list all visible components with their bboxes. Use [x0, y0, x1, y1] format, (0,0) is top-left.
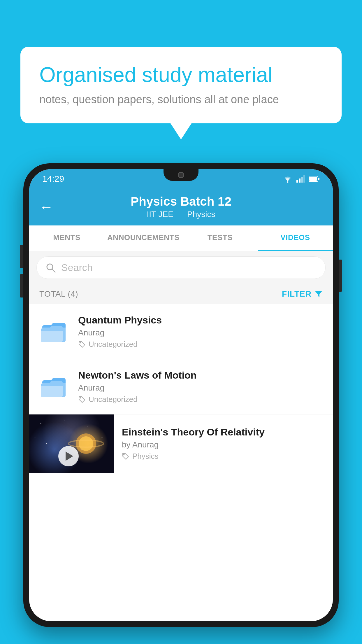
- video-author: by Anurag: [122, 440, 325, 449]
- tag-icon: [78, 341, 86, 348]
- phone-outer: 14:29: [23, 163, 339, 627]
- svg-rect-6: [318, 178, 319, 180]
- video-info: Quantum Physics Anurag Uncategorized: [78, 314, 324, 349]
- vol-up-button[interactable]: [20, 245, 23, 268]
- svg-line-9: [52, 269, 55, 272]
- header-subtitle: IIT JEE Physics: [145, 210, 218, 219]
- video-thumbnail: [29, 414, 114, 473]
- phone-wrapper: 14:29: [23, 163, 339, 644]
- tab-tests[interactable]: TESTS: [182, 225, 258, 251]
- video-tag: Uncategorized: [78, 395, 324, 404]
- video-tag-text: Uncategorized: [89, 395, 138, 404]
- svg-rect-4: [303, 175, 305, 183]
- bubble-subtitle: notes, question papers, solutions all at…: [39, 93, 323, 106]
- svg-point-19: [64, 420, 64, 421]
- video-title: Quantum Physics: [78, 314, 324, 326]
- search-input-wrap[interactable]: Search: [36, 256, 326, 279]
- tab-ments[interactable]: MENTS: [29, 225, 104, 251]
- svg-point-8: [47, 264, 53, 270]
- tabs-bar: MENTS ANNOUNCEMENTS TESTS VIDEOS: [29, 225, 333, 251]
- notch: [164, 169, 198, 181]
- video-info: Newton's Laws of Motion Anurag Uncategor…: [78, 370, 324, 404]
- filter-label: FILTER: [282, 289, 312, 299]
- tag-icon: [78, 396, 86, 403]
- filter-button[interactable]: FILTER: [282, 289, 323, 299]
- header-subtitle-physics: Physics: [187, 210, 215, 219]
- header-title: Physics Batch 12: [131, 195, 231, 209]
- filter-funnel-icon: [314, 290, 323, 298]
- svg-point-27: [124, 454, 124, 455]
- video-list: Quantum Physics Anurag Uncategorized: [29, 304, 333, 473]
- list-item[interactable]: Quantum Physics Anurag Uncategorized: [29, 304, 333, 359]
- svg-point-15: [80, 397, 81, 398]
- svg-rect-1: [296, 180, 298, 183]
- play-button[interactable]: [58, 446, 79, 466]
- app-header: ← Physics Batch 12 IIT JEE Physics: [29, 188, 333, 225]
- video-tag: Uncategorized: [78, 340, 324, 349]
- video-tag-text: Uncategorized: [89, 340, 138, 349]
- svg-rect-3: [301, 177, 303, 183]
- tab-announcements[interactable]: ANNOUNCEMENTS: [104, 225, 182, 251]
- phone-screen: 14:29: [29, 169, 333, 621]
- tag-icon: [122, 453, 129, 460]
- svg-point-20: [46, 443, 47, 444]
- folder-icon: [41, 320, 67, 343]
- play-triangle-icon: [66, 452, 73, 461]
- speech-bubble: Organised study material notes, question…: [20, 47, 342, 123]
- back-button[interactable]: ←: [39, 199, 53, 215]
- power-button[interactable]: [339, 260, 342, 292]
- video-author: Anurag: [78, 328, 324, 337]
- status-bar: 14:29: [29, 169, 333, 188]
- svg-rect-2: [299, 178, 301, 183]
- filter-bar: TOTAL (4) FILTER: [29, 284, 333, 304]
- list-item[interactable]: Einstein's Theory Of Relativity by Anura…: [29, 414, 333, 473]
- search-bar: Search: [29, 251, 333, 284]
- video-tag-text: Physics: [132, 452, 159, 461]
- svg-point-16: [41, 423, 41, 424]
- video-title: Newton's Laws of Motion: [78, 370, 324, 381]
- svg-point-25: [79, 436, 93, 451]
- vol-down-button[interactable]: [20, 274, 23, 298]
- folder-icon-wrap: [38, 375, 70, 398]
- folder-icon-wrap: [38, 320, 70, 343]
- video-title: Einstein's Theory Of Relativity: [122, 426, 325, 438]
- video-info: Einstein's Theory Of Relativity by Anura…: [114, 418, 333, 470]
- svg-rect-7: [309, 177, 317, 181]
- battery-icon: [309, 176, 320, 182]
- svg-point-12: [80, 342, 81, 343]
- video-author: Anurag: [78, 383, 324, 393]
- status-time: 14:29: [42, 174, 64, 184]
- svg-point-17: [52, 432, 53, 432]
- svg-point-22: [102, 438, 103, 438]
- folder-icon: [41, 375, 67, 398]
- video-tag: Physics: [122, 452, 325, 461]
- search-placeholder: Search: [61, 262, 93, 273]
- camera: [178, 172, 184, 178]
- search-icon: [45, 262, 56, 273]
- tab-videos[interactable]: VIDEOS: [258, 225, 333, 251]
- signal-icon: [296, 175, 305, 183]
- svg-point-0: [287, 181, 289, 183]
- header-subtitle-iitjee: IIT JEE: [147, 210, 173, 219]
- list-item[interactable]: Newton's Laws of Motion Anurag Uncategor…: [29, 359, 333, 414]
- bubble-title: Organised study material: [39, 63, 323, 87]
- svg-point-21: [87, 426, 88, 426]
- wifi-icon: [282, 175, 293, 183]
- svg-point-18: [35, 438, 35, 438]
- total-count: TOTAL (4): [39, 289, 78, 299]
- status-icons: [282, 175, 320, 183]
